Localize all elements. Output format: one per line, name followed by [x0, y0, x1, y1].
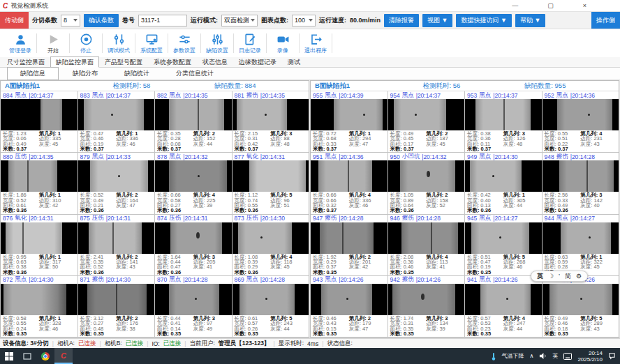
defect-type: 压伤: [246, 215, 258, 223]
defect-cell[interactable]: 950小凹坑|20:14:32长度: 1.05宽度: 0.89面积: 0.64米…: [388, 153, 465, 213]
defect-cell[interactable]: 943黑点|20:14:26长度: 0.46宽度: 0.43面积: 0.15米数…: [311, 276, 388, 337]
defect-cell[interactable]: 955黑点|20:14:39长度: 0.72宽度: 0.68面积: 0.33米数…: [311, 91, 388, 152]
defect-time: |20:14:30: [260, 215, 285, 222]
operator-side-button[interactable]: 操作侧: [591, 12, 620, 29]
defect-gray: 灰度: 46: [39, 326, 75, 331]
keyboard-icon[interactable]: [563, 353, 572, 360]
record-video-button[interactable]: 录像: [267, 33, 299, 54]
defect-cell[interactable]: 882黑点|20:14:35长度: 0.35宽度: 0.28面积: 0.08米数…: [155, 91, 232, 152]
defect-cell[interactable]: 940黑点|20:14:26长度: 0.49宽度: 0.46面积: 0.18米数…: [542, 276, 619, 337]
defect-type: 黑点: [402, 91, 414, 100]
defect-cell[interactable]: 946擦伤|20:14:28长度: 2.08宽度: 0.36面积: 0.46米数…: [388, 215, 465, 275]
defect-cell[interactable]: 869黑点|20:14:28长度: 0.61宽度: 0.57面积: 0.26米数…: [232, 276, 309, 337]
tab-edge-data-record[interactable]: 边缘数据记录: [233, 56, 282, 67]
help-menu-button[interactable]: 帮助 ▼: [515, 14, 545, 27]
defect-type: 黑点: [325, 153, 337, 161]
defect-cell[interactable]: 948擦伤|20:14:28长度: 2.56宽度: 0.33面积: 0.49米数…: [542, 153, 619, 213]
defect-cell[interactable]: 947擦伤|20:14:28长度: 1.92宽度: 0.29面积: 0.37米数…: [311, 215, 388, 275]
notification-center-icon[interactable]: [608, 352, 616, 360]
defect-cell[interactable]: 952黑点|20:14:36长度: 0.55宽度: 0.51面积: 0.22米数…: [542, 91, 619, 152]
start-button[interactable]: [0, 348, 18, 364]
subtab-defect-distribution[interactable]: 缺陷分布: [60, 68, 110, 79]
roll-number-input[interactable]: 3117-1: [138, 15, 187, 26]
defect-cell[interactable]: 941黑点|20:14:26长度: 0.57宽度: 0.53面积: 0.23米数…: [465, 276, 542, 337]
defect-cell[interactable]: 872黑点|20:14:30长度: 0.58宽度: 0.55面积: 0.24米数…: [1, 276, 78, 337]
defect-cell[interactable]: 871擦伤|20:14:30长度: 3.12宽度: 0.27面积: 0.48米数…: [78, 276, 155, 337]
stop-button[interactable]: 停止: [70, 33, 102, 54]
defect-cell[interactable]: 954黑点|20:14:37长度: 0.49宽度: 0.45面积: 0.17米数…: [388, 91, 465, 152]
run-mode-select[interactable]: 双面检测: [221, 15, 258, 26]
defect-cell[interactable]: 942擦伤|20:14:26长度: 1.74宽度: 0.31面积: 0.35米数…: [388, 276, 465, 337]
browser-taskbar-button[interactable]: [36, 348, 54, 364]
panel-b-title[interactable]: B面缺陷拍1: [315, 82, 422, 91]
confirm-count-button[interactable]: 确认条数: [84, 14, 119, 27]
log-record-button[interactable]: 日志记录: [234, 33, 266, 54]
defect-cell[interactable]: 877氧化|20:14:31长度: 1.12宽度: 0.74面积: 0.55米数…: [232, 153, 309, 213]
weather-text[interactable]: 气温下降: [502, 352, 524, 360]
defect-mark: [27, 160, 29, 192]
tray-expand-caret[interactable]: ∧: [530, 353, 534, 359]
maximize-button[interactable]: ▢: [547, 0, 554, 11]
inspection-app-taskbar-button[interactable]: C: [54, 348, 73, 364]
defect-time: |20:14:30: [106, 276, 131, 283]
language-indicator[interactable]: 英: [552, 352, 558, 360]
defect-cell[interactable]: 884黑点|20:14:37长度: 1.23宽度: 0.06面积: 0.49米数…: [1, 91, 78, 152]
defect-id: 872: [3, 276, 13, 283]
admin-login-button[interactable]: 管理登录: [4, 33, 36, 54]
defect-cell[interactable]: 945黑点|20:14:27长度: 0.51宽度: 0.47面积: 0.19米数…: [465, 215, 542, 275]
tab-size-monitor[interactable]: 尺寸监控界面: [1, 56, 50, 67]
tool-label: 退出程序: [304, 47, 327, 54]
ime-punctuation-toggle[interactable]: ’: [559, 271, 560, 282]
tab-product-model-config[interactable]: 产品型号配置: [99, 56, 148, 67]
task-view-button[interactable]: [18, 348, 36, 364]
data-quick-access-button[interactable]: 数据快捷访问 ▼: [456, 14, 511, 27]
minimize-button[interactable]: —: [512, 0, 518, 11]
tab-system-param-config[interactable]: 系统参数配置: [148, 56, 197, 67]
defect-cell[interactable]: 873压伤|20:14:30长度: 1.08宽度: 0.39面积: 0.29米数…: [232, 215, 309, 275]
view-menu-button[interactable]: 视图 ▼: [422, 14, 452, 27]
defect-cell[interactable]: 944黑点|20:14:27长度: 0.63宽度: 0.59面积: 0.28米数…: [542, 215, 619, 275]
ime-moon-icon[interactable]: ☽: [548, 271, 554, 282]
defect-cell-header: 873压伤|20:14:30: [232, 215, 309, 222]
defect-cell[interactable]: 874压伤|20:14:31长度: 1.64宽度: 0.44面积: 0.47米数…: [155, 215, 232, 275]
tab-status-info[interactable]: 状态信息: [197, 56, 233, 67]
defect-cell[interactable]: 880压伤|20:14:35长度: 1.86宽度: 0.52面积: 0.61米数…: [1, 153, 78, 213]
ime-settings-gear-icon[interactable]: ⚙: [576, 271, 582, 282]
defect-cell[interactable]: 875压伤|20:14:31长度: 2.41宽度: 0.35面积: 0.52米数…: [78, 215, 155, 275]
defect-cell[interactable]: 949黑点|20:14:30长度: 0.42宽度: 0.40面积: 0.13米数…: [465, 153, 542, 213]
inspection-app-icon: C: [61, 351, 66, 360]
defect-cell[interactable]: 953黑点|20:14:37长度: 0.38宽度: 0.36面积: 0.11米数…: [465, 91, 542, 152]
parameter-settings-button[interactable]: 参数设置: [168, 33, 200, 54]
defect-cell[interactable]: 876氧化|20:14:31长度: 0.95宽度: 0.63面积: 0.38米数…: [1, 215, 78, 275]
defect-image: [311, 99, 388, 130]
start-button[interactable]: 开始: [37, 33, 69, 54]
ime-simplified-toggle[interactable]: 简: [565, 271, 571, 282]
subtab-defect-info[interactable]: 缺陷信息: [7, 67, 59, 80]
panel-a-title[interactable]: A面缺陷拍1: [5, 82, 112, 91]
tab-test[interactable]: 测试: [282, 56, 306, 67]
defect-cell[interactable]: 951黑点|20:14:36长度: 0.66宽度: 0.66面积: 0.32米数…: [311, 153, 388, 213]
defect-cell[interactable]: 870黑点|20:14:28长度: 0.44宽度: 0.41面积: 0.14米数…: [155, 276, 232, 337]
subtab-defect-statistics[interactable]: 缺陷统计: [112, 68, 162, 79]
clear-alarm-button[interactable]: 清除报警: [384, 14, 419, 27]
chart-points-select[interactable]: 100: [292, 15, 316, 26]
defect-cell[interactable]: 881擦伤|20:14:35长度: 2.15宽度: 0.31面积: 0.42米数…: [232, 91, 309, 152]
subtab-class-info-statistics[interactable]: 分类信息统计: [163, 68, 226, 79]
debug-mode-button[interactable]: 调试模式: [103, 33, 135, 54]
exit-program-button[interactable]: 退出程序: [300, 33, 332, 54]
defect-gray: 灰度: 42: [39, 203, 75, 208]
defect-cell[interactable]: 878黑点|20:14:32长度: 0.66宽度: 0.58面积: 0.27米数…: [155, 153, 232, 213]
clock[interactable]: 20:14 2025/2/10: [577, 350, 603, 363]
defect-type: 黑点: [15, 91, 27, 100]
defect-settings-button[interactable]: 缺陷设置: [201, 33, 233, 54]
tab-defect-monitor[interactable]: 缺陷监控界面: [50, 56, 99, 68]
ime-language-toggle[interactable]: 英: [537, 271, 543, 282]
defect-cell[interactable]: 883黑点|20:14:37长度: 0.47宽度: 0.46面积: 0.19米数…: [78, 91, 155, 152]
defect-cell[interactable]: 879黑点|20:14:33长度: 0.52宽度: 0.49面积: 0.21米数…: [78, 153, 155, 213]
close-button[interactable]: ×: [583, 0, 586, 11]
system-config-button[interactable]: 系统配置: [135, 33, 168, 54]
drive-side-button[interactable]: 传动侧: [0, 12, 29, 29]
volume-icon[interactable]: [539, 352, 547, 360]
defect-type: 黑点: [556, 215, 568, 223]
slit-count-select[interactable]: 8: [61, 15, 80, 26]
